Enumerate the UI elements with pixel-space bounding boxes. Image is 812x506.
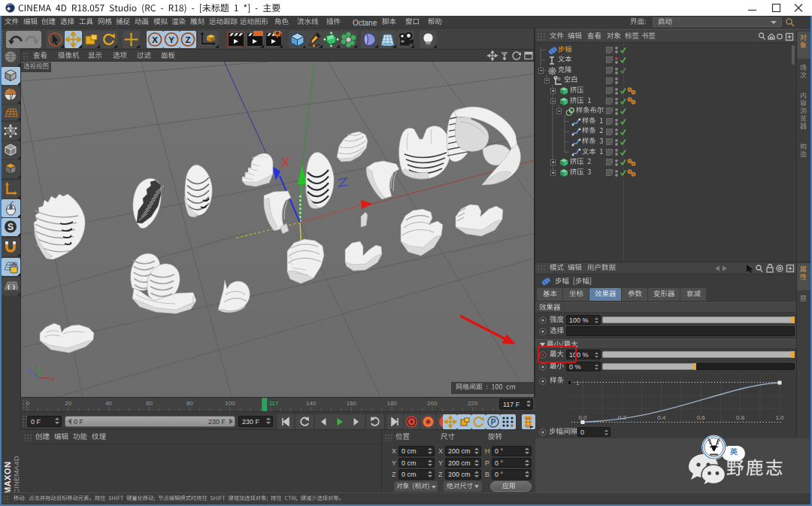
svg-text:180: 180 <box>387 400 398 407</box>
svg-text:0: 0 <box>558 77 561 81</box>
svg-text:40: 40 <box>105 400 112 407</box>
svg-text:0.8: 0.8 <box>736 414 745 421</box>
svg-text:160: 160 <box>347 400 357 407</box>
svg-text:0.0: 0.0 <box>578 414 587 421</box>
svg-text:200: 200 <box>427 400 438 407</box>
svg-text:0.4: 0.4 <box>657 414 666 421</box>
svg-text:20: 20 <box>65 400 71 407</box>
svg-text:0: 0 <box>26 400 30 407</box>
svg-text:140: 140 <box>306 400 317 407</box>
svg-text:100: 100 <box>225 400 235 407</box>
svg-text:P: P <box>491 418 496 426</box>
svg-text:0.6: 0.6 <box>697 414 706 421</box>
svg-text:220: 220 <box>468 400 478 407</box>
svg-text:60: 60 <box>146 400 153 407</box>
svg-text:80: 80 <box>186 400 193 407</box>
svg-text:1.0: 1.0 <box>775 414 784 421</box>
svg-text:1: 1 <box>576 380 580 386</box>
svg-text:117: 117 <box>269 400 279 407</box>
